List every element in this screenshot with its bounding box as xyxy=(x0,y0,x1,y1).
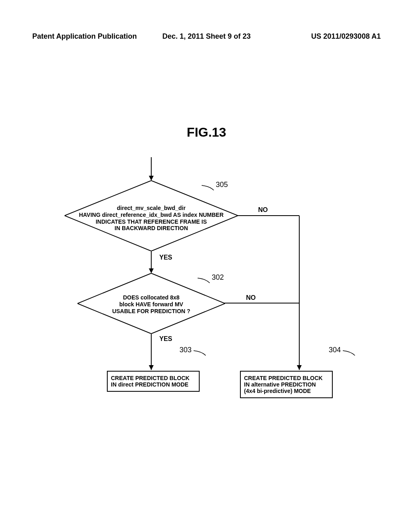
ref-302: 302 xyxy=(212,273,224,282)
header-sheet-info: Dec. 1, 2011 Sheet 9 of 23 xyxy=(148,32,265,41)
header-publication: Patent Application Publication xyxy=(32,32,148,41)
decision-302-text: DOES collocated 8x8 block HAVE forward M… xyxy=(105,294,198,314)
header-patent-number: US 2011/0293008 A1 xyxy=(265,32,381,41)
decision-302-line1: DOES collocated 8x8 xyxy=(105,294,198,301)
ref-303: 303 xyxy=(179,346,192,354)
process-304: CREATE PREDICTED BLOCK IN alternative PR… xyxy=(240,371,333,398)
process-304-line2: IN alternative PREDICTION xyxy=(244,381,329,388)
process-304-line1: CREATE PREDICTED BLOCK xyxy=(244,375,329,381)
ref-305: 305 xyxy=(216,181,228,189)
decision-302-line2: block HAVE forward MV xyxy=(105,301,198,308)
decision-305-text: direct_mv_scale_bwd_dir HAVING direct_re… xyxy=(77,205,226,232)
label-no-302: NO xyxy=(246,294,256,301)
flowchart-container: direct_mv_scale_bwd_dir HAVING direct_re… xyxy=(0,157,413,431)
process-303-line2: IN direct PREDICTION MODE xyxy=(111,381,196,388)
process-304-line3: (4x4 bi-predictive) MODE xyxy=(244,388,329,394)
page-header: Patent Application Publication Dec. 1, 2… xyxy=(0,32,413,41)
label-yes-302: YES xyxy=(159,335,172,343)
ref-304: 304 xyxy=(329,346,341,354)
process-303: CREATE PREDICTED BLOCK IN direct PREDICT… xyxy=(107,371,200,392)
label-no-305: NO xyxy=(258,206,268,214)
label-yes-305: YES xyxy=(159,254,172,261)
decision-305-line4: IN BACKWARD DIRECTION xyxy=(77,225,226,232)
figure-title: FIG.13 xyxy=(0,125,413,140)
decision-305-line1: direct_mv_scale_bwd_dir xyxy=(77,205,226,212)
process-303-line1: CREATE PREDICTED BLOCK xyxy=(111,375,196,381)
decision-305-line3: INDICATES THAT REFERENCE FRAME IS xyxy=(77,218,226,225)
decision-302-line3: USABLE FOR PREDICTION ? xyxy=(105,308,198,315)
decision-305-line2: HAVING direct_reference_idx_bwd AS index… xyxy=(77,212,226,218)
